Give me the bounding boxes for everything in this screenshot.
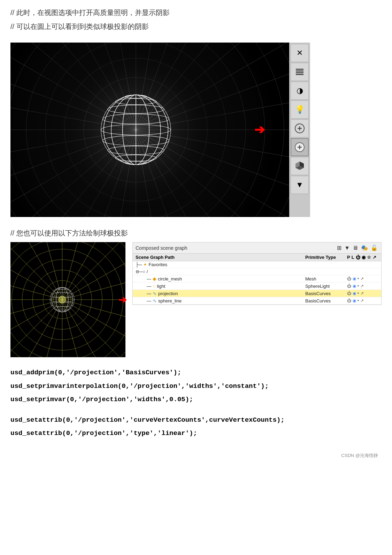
code-line-1: usd_addprim(0,'/projection','BasisCurves…: [10, 368, 382, 378]
bulb-icon[interactable]: 💡: [291, 100, 309, 119]
sg-row-path-favorites: ├─ ✦ Favorites: [136, 262, 305, 267]
sphere-wireframe: [10, 43, 289, 217]
wireframe-preview: ➔: [10, 242, 125, 357]
viewport-container: ➔ ✕ ◑ 💡 ▼: [10, 43, 314, 217]
sg-col-flags-header: P L ⏻ ◉ ☆ ↗: [347, 255, 378, 260]
circle-icon: ○: [153, 283, 155, 289]
sg-row-favorites[interactable]: ├─ ✦ Favorites: [133, 261, 381, 268]
sg-row-root[interactable]: ⊖─○ /: [133, 268, 381, 275]
comment-line-1: // 此时，在视图选项中打开高质量照明，并显示阴影: [10, 7, 382, 18]
scene-graph-panel: Composed scene graph ⊞ ▼ 🖥 🎭 🔓 Scene Gra…: [132, 242, 382, 305]
bottom-section: ➔ Composed scene graph ⊞ ▼ 🖥 🎭 🔓 Scene G…: [10, 242, 382, 357]
code-section: usd_addprim(0,'/projection','BasisCurves…: [10, 368, 382, 438]
sg-row-path-sphere-line: — ∿ sphere_line: [136, 298, 305, 303]
comment-line-2: // 可以在圆上可以看到到类似球极投影的阴影: [10, 21, 382, 32]
sg-row-sphere-line[interactable]: — ∿ sphere_line BasisCurves ⏻ ◉ • ↗: [133, 297, 381, 305]
sg-row-projection[interactable]: — ∿ projection BasisCurves ⏻ ◉ • ↗: [133, 290, 381, 297]
sg-icon-lock[interactable]: 🔓: [370, 244, 378, 252]
code-spacer-1: [10, 408, 382, 415]
code-line-4: usd_setattrib(0,'/projection','curveVert…: [10, 415, 382, 425]
scene-graph-arrow: ➔: [118, 294, 126, 306]
diamond-icon: ◆: [153, 276, 156, 282]
sg-col-type-header: Primitive Type: [305, 255, 347, 260]
code-line-5: usd_setattrib(0,'/projection','type','li…: [10, 428, 382, 438]
sg-icon-display[interactable]: 🖥: [352, 244, 359, 252]
sg-title: Composed scene graph: [136, 245, 187, 251]
sg-row-path-projection: — ∿ projection: [136, 291, 305, 296]
code-line-2: usd_setprimvarinterpolation(0,'/projecti…: [10, 381, 382, 391]
footer-text: CSDN @沦海悟静: [341, 453, 378, 458]
sg-icon-grid[interactable]: ⊞: [336, 244, 342, 252]
sg-row-path-light: — ○ light: [136, 283, 305, 289]
layers-icon[interactable]: [291, 63, 309, 81]
sg-row-circle-mesh[interactable]: — ◆ circle_mesh Mesh ⏻ ◉ • ↗: [133, 275, 381, 283]
svg-rect-3: [296, 74, 303, 75]
wireframe-canvas: [10, 242, 125, 357]
sg-toolbar-icons: ⊞ ▼ 🖥 🎭 🔓: [336, 244, 378, 252]
sg-row-light[interactable]: — ○ light SphereLight ⏻ ◉ • ↗: [133, 283, 381, 290]
cube-icon[interactable]: [291, 157, 309, 175]
add-icon-1[interactable]: [291, 119, 309, 137]
add-icon-2-highlight[interactable]: [291, 138, 309, 156]
viewport-sidebar: ✕ ◑ 💡 ▼: [289, 43, 310, 217]
sg-header: Composed scene graph ⊞ ▼ 🖥 🎭 🔓: [133, 242, 381, 254]
comment-line-3: // 您也可以使用以下方法绘制球极投影: [10, 227, 382, 239]
sg-row-path-root: ⊖─○ /: [136, 269, 305, 274]
sg-col-path-header: Scene Graph Path: [136, 255, 305, 260]
favorites-icon: ✦: [143, 262, 147, 267]
viewport-main: ➔: [10, 43, 289, 217]
wave-icon-sphere-line: ∿: [153, 298, 157, 303]
code-line-3: usd_setprimvar(0,'/projection','widths',…: [10, 395, 382, 405]
svg-rect-2: [296, 72, 303, 73]
svg-rect-0: [296, 69, 303, 70]
close-icon[interactable]: ✕: [291, 44, 309, 62]
sg-icon-dropdown[interactable]: ▼: [344, 244, 351, 252]
sg-icon-mask[interactable]: 🎭: [360, 244, 369, 252]
red-arrow-right: ➔: [254, 122, 265, 137]
wave-icon-projection: ∿: [153, 291, 157, 296]
sg-columns: Scene Graph Path Primitive Type P L ⏻ ◉ …: [133, 254, 381, 261]
half-circle-icon[interactable]: ◑: [291, 82, 309, 100]
sg-row-path-circle-mesh: — ◆ circle_mesh: [136, 276, 305, 282]
svg-rect-1: [296, 70, 303, 72]
more-icon[interactable]: ▼: [291, 176, 309, 194]
footer: CSDN @沦海悟静: [10, 452, 382, 459]
